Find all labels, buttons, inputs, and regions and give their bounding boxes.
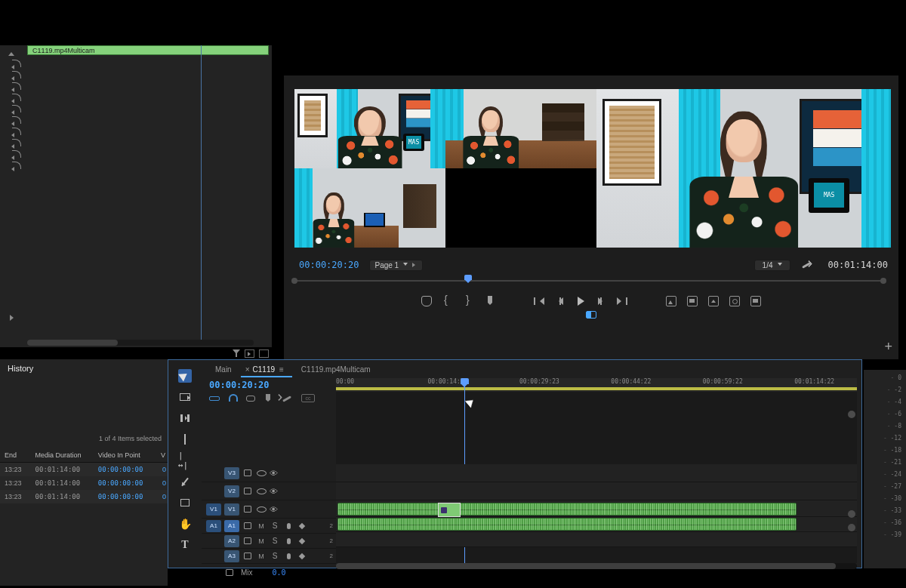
lock-icon[interactable] — [224, 567, 235, 577]
toggle-track-output-icon[interactable] — [256, 486, 267, 497]
rectangle-tool[interactable] — [178, 496, 192, 509]
program-playhead[interactable] — [464, 275, 472, 284]
sequence-tab[interactable]: ×C1119≡ — [241, 363, 292, 377]
zoom-selector[interactable]: 1/4 — [754, 260, 790, 271]
timeline-canvas[interactable]: 00:0000:00:14:2300:00:29:2300:00:44:2200… — [336, 378, 857, 563]
undo-step-icon[interactable] — [12, 60, 21, 67]
table-row[interactable]: 13:2300:01:14:0000:00:00:000 — [0, 463, 168, 477]
mark-out-button[interactable] — [463, 295, 475, 307]
audio-track-header[interactable]: A2MS2 — [202, 534, 336, 549]
keyframe-icon[interactable] — [297, 551, 307, 562]
solo-button[interactable]: S — [270, 551, 280, 562]
undo-step-icon[interactable] — [12, 71, 21, 79]
export-frame-button[interactable] — [707, 295, 720, 307]
insert-button[interactable] — [665, 295, 677, 307]
toggle-track-output-icon[interactable] — [256, 468, 267, 479]
col-v[interactable]: V — [156, 448, 168, 463]
add-marker-icon[interactable] — [263, 393, 273, 402]
toggle-track-output-icon[interactable] — [256, 504, 267, 515]
add-marker-button[interactable] — [421, 295, 433, 307]
track-target[interactable]: V3 — [224, 467, 239, 479]
sequence-tab[interactable]: Main — [206, 363, 241, 377]
undo-step-icon[interactable] — [12, 162, 21, 169]
track-select-tool[interactable] — [178, 390, 192, 404]
go-to-next-edit-button[interactable] — [617, 295, 629, 307]
history-tab[interactable]: History — [0, 359, 168, 377]
lock-icon[interactable] — [242, 468, 253, 479]
filter-icon[interactable] — [233, 349, 240, 358]
solo-button[interactable]: S — [270, 521, 280, 531]
selection-tool[interactable] — [178, 369, 192, 383]
step-back-button[interactable] — [553, 295, 565, 307]
razor-tool[interactable] — [178, 433, 192, 446]
audio-clip[interactable] — [337, 518, 797, 531]
lock-icon[interactable] — [242, 551, 253, 562]
multicam-angle-1[interactable] — [294, 89, 445, 168]
page-selector[interactable]: Page 1 — [369, 260, 423, 271]
captions-toggle[interactable]: cc — [301, 394, 315, 402]
voiceover-icon[interactable] — [283, 521, 294, 531]
voiceover-icon[interactable] — [283, 551, 294, 562]
video-track-header[interactable]: V1V1👁 — [202, 500, 336, 519]
timeline-ruler[interactable]: 00:0000:00:14:2300:00:29:2300:00:44:2200… — [336, 378, 857, 392]
add-panel-button[interactable]: + — [884, 339, 892, 355]
overwrite-button[interactable] — [686, 295, 698, 307]
track-v3[interactable] — [336, 464, 857, 482]
source-playhead[interactable] — [201, 45, 202, 340]
track-a2[interactable] — [336, 517, 857, 532]
lock-icon[interactable] — [242, 521, 253, 531]
expand-right-icon[interactable] — [10, 315, 17, 321]
multicam-angle-3[interactable] — [294, 168, 445, 248]
comparison-view-button[interactable] — [750, 295, 762, 307]
program-timecode-in[interactable]: 00:00:20:20 — [299, 260, 359, 270]
track-v2[interactable] — [336, 482, 857, 500]
mute-button[interactable]: M — [256, 536, 267, 546]
track-a1[interactable] — [336, 502, 857, 517]
undo-step-icon[interactable] — [12, 128, 21, 135]
camera-icon[interactable] — [729, 295, 741, 307]
play-button[interactable] — [575, 295, 587, 307]
link-icon[interactable] — [245, 393, 254, 402]
go-to-marker-button[interactable] — [484, 295, 496, 307]
source-hscroll[interactable] — [27, 340, 254, 346]
audio-clip[interactable] — [337, 503, 797, 516]
ripple-edit-tool[interactable] — [178, 411, 192, 425]
mute-button[interactable]: M — [256, 551, 267, 562]
timeline-hscroll[interactable] — [336, 563, 857, 569]
linked-selection-icon[interactable] — [227, 393, 236, 402]
step-forward-button[interactable] — [596, 295, 608, 307]
lock-icon[interactable] — [242, 486, 253, 497]
keyframe-icon[interactable] — [297, 521, 307, 531]
video-track-header[interactable]: V2👁 — [202, 482, 336, 500]
lock-icon[interactable] — [242, 536, 253, 546]
snap-icon[interactable] — [209, 393, 218, 402]
new-item-icon[interactable] — [245, 349, 254, 358]
col-end[interactable]: End — [0, 448, 31, 463]
close-tab-icon[interactable]: × — [245, 365, 250, 374]
mix-value[interactable]: 0.0 — [273, 568, 286, 577]
track-target[interactable]: A1 — [224, 520, 239, 532]
undo-step-icon[interactable] — [12, 82, 21, 90]
clip-segment[interactable] — [438, 503, 461, 517]
collapse-up-icon[interactable] — [8, 49, 14, 56]
go-to-prev-edit-button[interactable] — [532, 295, 544, 307]
multicam-angle-2[interactable] — [445, 89, 596, 168]
table-row[interactable]: 13:2300:01:14:0000:00:00:000 — [0, 490, 168, 503]
audio-track-header[interactable]: A1A1MS2 — [202, 519, 336, 534]
program-scrubber[interactable] — [294, 276, 883, 285]
track-target[interactable]: V1 — [224, 503, 239, 516]
toggle-multicam-view-button[interactable] — [586, 311, 596, 319]
source-patch[interactable]: V1 — [206, 503, 221, 516]
multicam-angle-4[interactable] — [445, 168, 596, 248]
pen-tool[interactable] — [178, 475, 192, 488]
track-target[interactable]: A3 — [224, 550, 239, 562]
undo-step-icon[interactable] — [12, 116, 21, 124]
undo-step-icon[interactable] — [12, 105, 21, 112]
track-a3[interactable] — [336, 532, 857, 547]
track-target[interactable]: A2 — [224, 535, 239, 547]
keyframe-icon[interactable] — [297, 536, 307, 546]
slip-tool[interactable]: |↔| — [178, 454, 192, 467]
voiceover-icon[interactable] — [283, 536, 294, 546]
video-track-header[interactable]: V3👁 — [202, 464, 336, 482]
mark-in-button[interactable] — [442, 295, 454, 307]
